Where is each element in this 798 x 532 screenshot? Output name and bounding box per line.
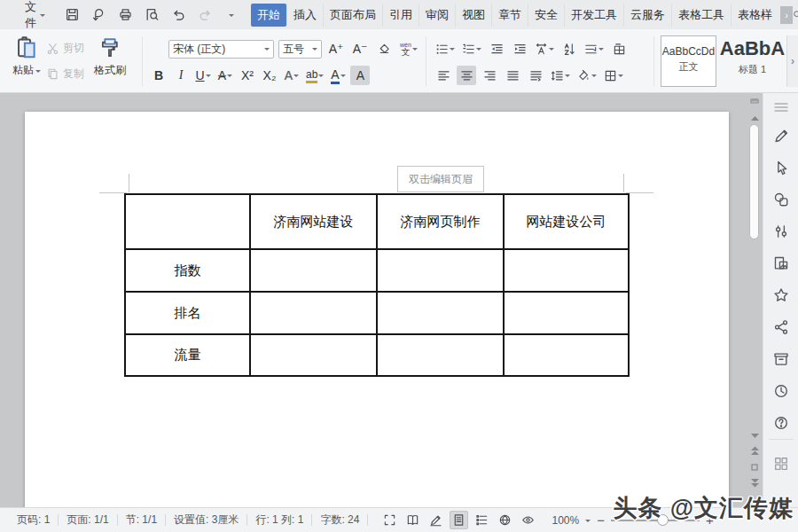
tab-section[interactable]: 章节 xyxy=(491,4,528,27)
tab-references[interactable]: 引用 xyxy=(382,4,419,27)
apps-grid-icon[interactable] xyxy=(772,455,790,473)
align-right-button[interactable] xyxy=(480,66,499,85)
ruler-toggle-icon[interactable] xyxy=(748,96,761,106)
table-cell[interactable] xyxy=(504,334,629,376)
pinyin-guide-button[interactable]: wén 文 xyxy=(398,39,419,59)
save-button[interactable] xyxy=(61,4,82,26)
table-cell[interactable] xyxy=(377,249,504,292)
scroll-down-icon[interactable] xyxy=(748,431,761,442)
tab-table-style[interactable]: 表格样 xyxy=(731,4,778,27)
select-browse-object-icon[interactable] xyxy=(748,462,761,473)
table-cell[interactable]: 济南网站建设 xyxy=(250,194,377,249)
table-cell[interactable] xyxy=(250,249,377,292)
font-size-select[interactable]: 五号 xyxy=(278,40,322,59)
style-heading1[interactable]: AaBbA 标题 1 xyxy=(719,35,786,87)
tab-dev-tools[interactable]: 开发工具 xyxy=(564,4,623,27)
italic-button[interactable]: I xyxy=(171,66,191,85)
char-shading-button[interactable]: A xyxy=(350,66,370,85)
table-cell[interactable] xyxy=(377,292,504,334)
shading-button[interactable] xyxy=(575,66,598,85)
format-painter-button[interactable]: 格式刷 xyxy=(90,35,129,78)
tab-review[interactable]: 审阅 xyxy=(419,4,455,27)
table-cell[interactable]: 网站建设公司 xyxy=(504,194,629,249)
redo-button[interactable] xyxy=(194,4,215,26)
eye-protection-button[interactable] xyxy=(519,511,537,529)
page-indicator[interactable]: 页面: 1/1 xyxy=(59,512,116,528)
shapes-icon[interactable] xyxy=(772,191,790,208)
scrollbar-thumb[interactable] xyxy=(749,124,759,239)
text-frame-button[interactable] xyxy=(609,39,629,59)
export-pdf-button[interactable] xyxy=(88,4,109,26)
increase-font-button[interactable]: A⁺ xyxy=(326,39,346,59)
table-cell[interactable]: 流量 xyxy=(125,334,250,376)
setting-value-indicator[interactable]: 设置值: 3厘米 xyxy=(166,512,246,528)
text-effects-button[interactable]: A xyxy=(282,66,301,85)
justify-button[interactable] xyxy=(503,66,522,85)
table-cell[interactable]: 排名 xyxy=(125,292,250,334)
share-icon[interactable] xyxy=(772,318,790,336)
document-page[interactable]: 济南网站建设 济南网页制作 网站建设公司 指数 排名 流量 xyxy=(25,112,729,507)
table-cell[interactable] xyxy=(250,292,377,334)
paste-button[interactable]: 粘贴 xyxy=(7,35,46,78)
increase-indent-button[interactable] xyxy=(510,39,529,59)
tab-security[interactable]: 安全 xyxy=(528,4,564,27)
table-cell[interactable] xyxy=(125,194,250,249)
tab-page-layout[interactable]: 页面布局 xyxy=(323,4,382,27)
find-command-button[interactable]: 查找命... xyxy=(793,0,798,31)
edit-pen-icon[interactable] xyxy=(772,127,790,145)
qat-more-button[interactable] xyxy=(221,4,242,26)
highlight-button[interactable]: ab xyxy=(304,66,325,85)
favorites-star-icon[interactable] xyxy=(772,286,790,304)
table-cell[interactable] xyxy=(250,334,377,376)
underline-button[interactable]: U xyxy=(193,66,213,85)
row-col-indicator[interactable]: 行: 1 列: 1 xyxy=(247,512,311,528)
tab-cloud-service[interactable]: 云服务 xyxy=(623,4,671,27)
clear-format-button[interactable] xyxy=(374,39,394,59)
page-number-indicator[interactable]: 页码: 1 xyxy=(9,512,58,528)
select-cursor-icon[interactable] xyxy=(772,159,790,176)
tab-insert[interactable]: 插入 xyxy=(286,4,323,27)
tab-table-tools[interactable]: 表格工具 xyxy=(671,4,731,27)
print-layout-button[interactable] xyxy=(450,511,468,529)
superscript-button[interactable]: X² xyxy=(238,66,257,85)
cut-button[interactable]: 剪切 xyxy=(46,39,84,57)
char-scale-button[interactable] xyxy=(533,39,556,59)
scrollbar-menu-icon[interactable] xyxy=(772,98,790,116)
image-layout-icon[interactable] xyxy=(772,254,790,272)
vertical-scrollbar[interactable] xyxy=(747,93,762,507)
zoom-out-button[interactable]: − xyxy=(597,512,605,528)
style-normal[interactable]: AaBbCcDd 正文 xyxy=(661,35,716,87)
font-name-select[interactable]: 宋体 (正文) xyxy=(168,40,274,59)
outline-view-button[interactable] xyxy=(473,511,491,529)
bullet-list-button[interactable] xyxy=(434,39,457,59)
table-cell[interactable]: 指数 xyxy=(125,249,250,292)
bold-button[interactable]: B xyxy=(149,66,168,85)
word-count-indicator[interactable]: 字数: 24 xyxy=(312,512,367,528)
adjust-sliders-icon[interactable] xyxy=(772,223,790,240)
paragraph-settings-button[interactable] xyxy=(583,39,606,59)
print-button[interactable] xyxy=(114,4,136,26)
zoom-level[interactable]: 100% xyxy=(552,514,579,527)
next-page-icon[interactable] xyxy=(748,478,761,489)
style-gallery-more-button[interactable]: › xyxy=(786,35,798,87)
font-color-button[interactable]: A xyxy=(328,66,348,85)
undo-button[interactable] xyxy=(168,4,189,26)
section-indicator[interactable]: 节: 1/1 xyxy=(118,512,165,528)
table-cell[interactable] xyxy=(504,249,629,292)
line-spacing-button[interactable] xyxy=(549,66,572,85)
sort-button[interactable] xyxy=(559,39,579,59)
fullscreen-button[interactable] xyxy=(380,511,399,529)
align-left-button[interactable] xyxy=(434,66,453,85)
strikethrough-button[interactable]: A xyxy=(215,66,235,85)
decrease-font-button[interactable]: A⁻ xyxy=(350,39,370,59)
help-circle-icon[interactable] xyxy=(772,414,790,432)
previous-page-icon[interactable] xyxy=(748,445,761,456)
web-layout-button[interactable] xyxy=(496,511,514,529)
table-cell[interactable] xyxy=(377,334,504,376)
table-cell[interactable] xyxy=(504,292,629,334)
scroll-up-icon[interactable] xyxy=(748,113,761,123)
tab-home[interactable]: 开始 xyxy=(251,4,286,27)
distribute-button[interactable] xyxy=(526,66,545,85)
tab-scroll-right-button[interactable]: › xyxy=(780,6,793,24)
number-list-button[interactable] xyxy=(460,39,483,59)
